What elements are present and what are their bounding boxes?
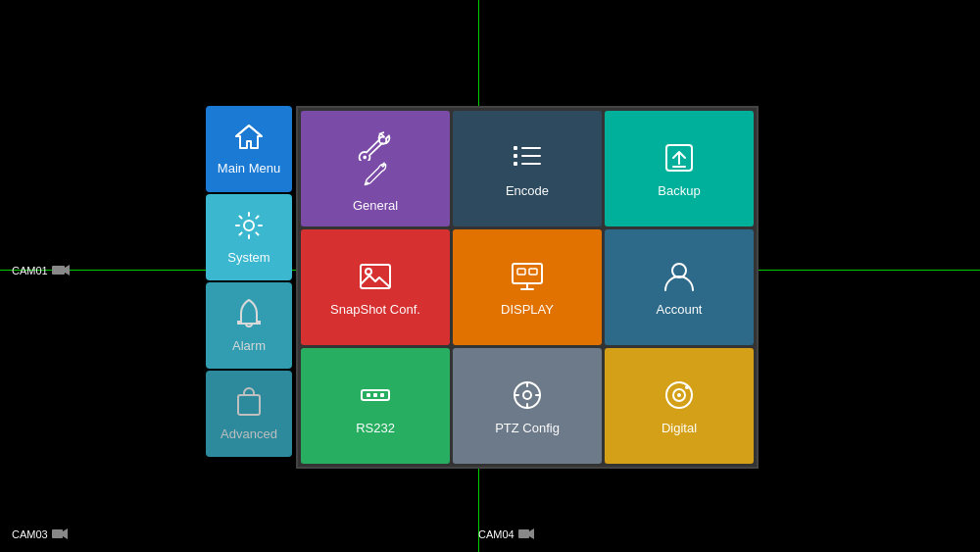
gear-icon [234, 211, 264, 244]
cam04-label: CAM04 [478, 528, 534, 540]
user-icon [662, 259, 697, 294]
grid-item-snapshot[interactable]: SnapShot Conf. [301, 229, 450, 345]
list-icon [510, 140, 545, 176]
grid-label-snapshot: SnapShot Conf. [330, 302, 420, 317]
camera-icon [52, 264, 70, 276]
svg-rect-23 [367, 393, 370, 397]
svg-rect-12 [521, 155, 541, 157]
rs232-icon [358, 377, 393, 413]
wrench-icon-alt [360, 159, 391, 190]
svg-point-27 [523, 391, 531, 399]
svg-marker-5 [529, 528, 534, 539]
bell-icon [236, 299, 262, 332]
image-icon [358, 259, 393, 294]
svg-rect-4 [518, 529, 529, 538]
svg-rect-10 [521, 147, 541, 149]
grid-label-account: Account [657, 302, 703, 317]
svg-rect-11 [514, 154, 517, 158]
sidebar-label-alarm: Alarm [232, 338, 266, 353]
svg-marker-3 [63, 528, 68, 539]
menu-container: Main Menu System Alarm [206, 106, 759, 469]
grid-label-display: DISPLAY [501, 302, 554, 317]
sidebar-item-alarm[interactable]: Alarm [206, 282, 292, 369]
grid-label-backup: Backup [658, 183, 700, 198]
svg-marker-1 [65, 265, 70, 276]
svg-point-8 [367, 181, 369, 184]
svg-point-30 [677, 393, 681, 397]
grid-label-general: General [353, 198, 398, 213]
svg-rect-20 [529, 269, 537, 275]
ptz-icon [510, 377, 545, 413]
svg-rect-0 [52, 266, 65, 275]
cam03-label: CAM03 [12, 528, 68, 540]
svg-rect-7 [238, 395, 260, 415]
upload-icon [662, 140, 697, 176]
grid-label-encode: Encode [506, 183, 549, 198]
camera-icon [518, 528, 534, 540]
sidebar-label-main-menu: Main Menu [218, 161, 280, 176]
home-icon [234, 124, 264, 155]
svg-point-6 [244, 221, 254, 230]
grid-item-rs232[interactable]: RS232 [301, 348, 450, 464]
sidebar-item-advanced[interactable]: Advanced [206, 371, 292, 457]
camera-icon [52, 528, 68, 540]
display-icon [510, 259, 545, 294]
svg-point-31 [685, 385, 689, 389]
camera-circle-icon [662, 377, 697, 413]
svg-rect-25 [380, 393, 384, 397]
sidebar-item-main-menu[interactable]: Main Menu [206, 106, 292, 192]
svg-rect-13 [514, 162, 517, 166]
svg-point-21 [672, 264, 686, 277]
bag-icon [236, 387, 262, 421]
grid-label-digital: Digital [662, 421, 697, 435]
svg-point-17 [366, 269, 371, 275]
svg-rect-16 [361, 265, 390, 288]
sidebar: Main Menu System Alarm [206, 106, 292, 469]
grid-label-rs232: RS232 [356, 421, 395, 435]
sidebar-item-system[interactable]: System [206, 194, 292, 280]
grid-item-account[interactable]: Account [605, 229, 754, 345]
svg-rect-2 [52, 529, 63, 538]
grid-item-general[interactable]: General [301, 111, 450, 226]
svg-rect-24 [373, 393, 377, 397]
cam01-label: CAM01 [12, 264, 70, 276]
menu-grid: General Encode Backup [296, 106, 759, 469]
wrench-icon [358, 125, 393, 161]
grid-item-ptz[interactable]: PTZ Config [453, 348, 602, 464]
grid-item-display[interactable]: DISPLAY [453, 229, 602, 345]
svg-rect-9 [514, 146, 517, 150]
sidebar-label-system: System [227, 250, 270, 265]
sidebar-label-advanced: Advanced [220, 427, 277, 441]
svg-rect-19 [517, 269, 525, 275]
grid-label-ptz: PTZ Config [495, 421, 560, 435]
grid-item-encode[interactable]: Encode [453, 111, 602, 226]
svg-rect-14 [521, 163, 541, 165]
grid-item-backup[interactable]: Backup [605, 111, 754, 226]
grid-item-digital[interactable]: Digital [605, 348, 754, 464]
